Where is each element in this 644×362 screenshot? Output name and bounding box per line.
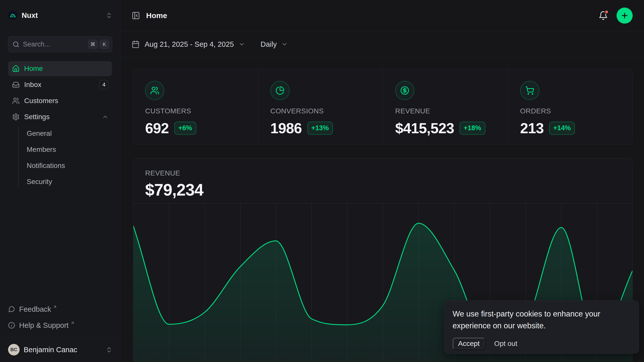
search-input-wrap[interactable]: ⌘ K: [8, 36, 112, 52]
external-link-icon: [53, 305, 57, 309]
date-range-picker[interactable]: Aug 21, 2025 - Sep 4, 2025: [132, 40, 245, 49]
stat-orders[interactable]: ORDERS 213 +14%: [508, 69, 633, 145]
stats-card: CUSTOMERS 692 +6% CONVERSIONS 1986 +13% …: [133, 69, 633, 145]
user-menu[interactable]: BC Benjamin Canac: [8, 342, 112, 357]
cart-icon: [520, 81, 539, 100]
team-switcher[interactable]: Nuxt: [8, 10, 112, 21]
sidebar-item-customers[interactable]: Customers: [8, 93, 112, 108]
nuxt-logo-icon: [8, 11, 18, 20]
sidebar-nav: Home Inbox 4 Customers Settings General: [8, 61, 112, 190]
inbox-count-badge: 4: [99, 80, 108, 89]
users-icon: [145, 81, 164, 100]
dollar-circle-icon: [395, 81, 414, 100]
page-header: Home: [120, 0, 644, 31]
sidebar-item-label: Inbox: [24, 81, 42, 89]
stat-value: 213: [520, 120, 544, 137]
sidebar: Nuxt ⌘ K Home Inbox 4 Customers: [0, 0, 120, 362]
kbd-k-key: K: [100, 40, 109, 49]
sidebar-item-inbox[interactable]: Inbox 4: [8, 77, 112, 92]
sidebar-item-notifications[interactable]: Notifications: [27, 158, 112, 174]
date-range-label: Aug 21, 2025 - Sep 4, 2025: [145, 40, 234, 49]
add-button[interactable]: [617, 8, 633, 24]
sidebar-item-security[interactable]: Security: [27, 174, 112, 190]
sidebar-item-label: Customers: [24, 97, 58, 105]
delta-badge: +14%: [549, 122, 575, 135]
external-link-icon: [70, 321, 75, 325]
kbd-meta-key: ⌘: [88, 40, 98, 49]
granularity-select[interactable]: Daily: [261, 40, 288, 49]
delta-badge: +13%: [307, 122, 333, 135]
search-icon: [13, 41, 19, 48]
chevron-up-icon: [102, 114, 108, 120]
sidebar-item-settings[interactable]: Settings: [8, 109, 112, 124]
avatar: BC: [8, 344, 20, 355]
granularity-label: Daily: [261, 40, 277, 49]
settings-subnav: General Members Notifications Security: [8, 125, 112, 190]
revenue-label: REVENUE: [145, 169, 633, 177]
notifications-button[interactable]: [598, 11, 608, 20]
chevron-down-icon: [238, 41, 245, 48]
delta-badge: +18%: [460, 122, 485, 135]
collapse-sidebar-button[interactable]: [132, 11, 140, 20]
help-support-link[interactable]: Help & Support: [8, 319, 112, 332]
search-input[interactable]: [23, 40, 86, 48]
subnav-guide-line: [18, 127, 19, 187]
stat-customers[interactable]: CUSTOMERS 692 +6%: [133, 69, 258, 145]
pie-chart-icon: [270, 81, 290, 100]
chevrons-up-down-icon: [106, 346, 112, 353]
inbox-icon: [12, 81, 20, 88]
sidebar-item-label: Home: [24, 65, 43, 73]
sidebar-item-general[interactable]: General: [27, 125, 112, 142]
chat-bubble-icon: [8, 306, 15, 313]
stat-value: 1986: [270, 120, 302, 137]
stat-conversions[interactable]: CONVERSIONS 1986 +13%: [258, 69, 383, 145]
home-icon: [12, 65, 20, 72]
toolbar: Aug 21, 2025 - Sep 4, 2025 Daily: [120, 31, 644, 57]
plus-icon: [621, 12, 629, 20]
page-title: Home: [146, 11, 167, 20]
stat-revenue[interactable]: REVENUE $415,523 +18%: [383, 69, 508, 145]
gear-icon: [12, 113, 20, 121]
cookie-message: We use first-party cookies to enhance yo…: [453, 308, 624, 332]
team-name: Nuxt: [22, 11, 38, 20]
info-icon: [8, 322, 15, 329]
sidebar-divider: [0, 337, 120, 337]
chevrons-up-down-icon: [106, 12, 112, 19]
accept-button[interactable]: Accept: [453, 338, 485, 350]
calendar-icon: [132, 40, 140, 48]
sidebar-item-home[interactable]: Home: [8, 61, 112, 76]
feedback-link[interactable]: Feedback: [8, 302, 112, 316]
opt-out-button[interactable]: Opt out: [494, 340, 517, 348]
sidebar-item-members[interactable]: Members: [27, 142, 112, 158]
delta-badge: +6%: [174, 122, 196, 135]
sidebar-item-label: Settings: [24, 113, 50, 121]
cookie-banner: We use first-party cookies to enhance yo…: [445, 300, 639, 354]
user-name: Benjamin Canac: [24, 346, 77, 354]
notification-dot: [605, 10, 609, 14]
chevron-down-icon: [281, 41, 288, 48]
stat-value: $415,523: [395, 120, 454, 137]
revenue-value: $79,234: [145, 180, 633, 199]
users-icon: [12, 97, 20, 105]
stat-value: 692: [145, 120, 169, 137]
dashboard-app: Nuxt ⌘ K Home Inbox 4 Customers: [0, 0, 644, 362]
